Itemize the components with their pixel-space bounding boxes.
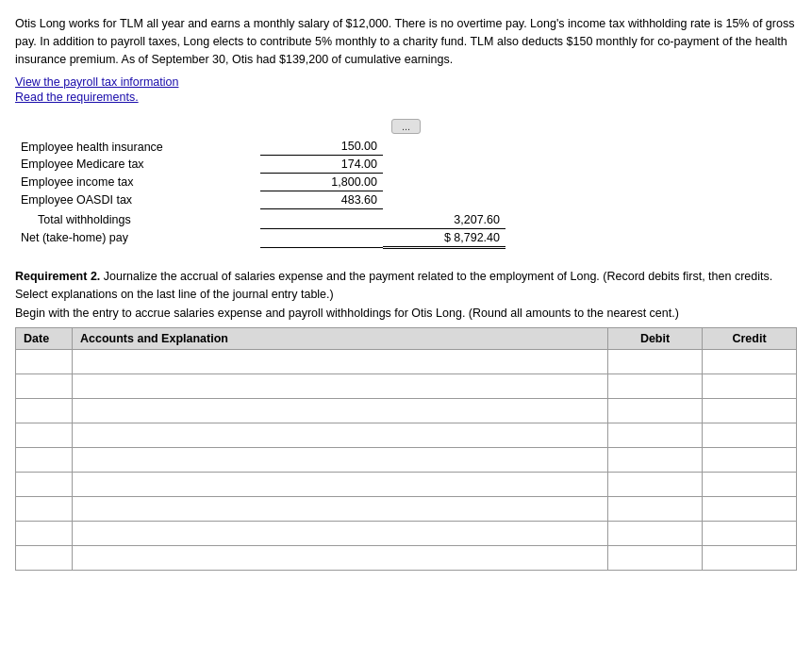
journal-date-cell[interactable] (16, 374, 73, 399)
total-amount: 3,207.60 (383, 209, 505, 229)
req2-body: Journalize the accrual of salaries expen… (15, 270, 772, 301)
empty (383, 191, 505, 209)
date-header: Date (16, 328, 73, 350)
accounts-header: Accounts and Explanation (73, 328, 608, 350)
journal-date-cell[interactable] (16, 448, 73, 473)
journal-credit-cell[interactable] (703, 350, 797, 374)
total-row: Total withholdings 3,207.60 (15, 209, 505, 229)
read-requirements-link[interactable]: Read the requirements. (15, 91, 797, 104)
journal-date-cell[interactable] (16, 423, 73, 448)
journal-date-cell[interactable] (16, 497, 73, 522)
withholding-label: Employee Medicare tax (15, 156, 260, 174)
req2-header: Requirement 2. (15, 270, 100, 283)
journal-debit-cell[interactable] (608, 497, 703, 522)
view-payroll-link[interactable]: View the payroll tax information (15, 75, 797, 89)
journal-accounts-cell[interactable] (73, 350, 608, 374)
journal-date-cell[interactable] (16, 546, 73, 571)
journal-accounts-cell[interactable] (73, 423, 608, 448)
journal-debit-cell[interactable] (608, 448, 703, 473)
begin-text: Begin with the entry to accrue salaries … (15, 307, 797, 320)
journal-accounts-cell[interactable] (73, 473, 608, 497)
journal-credit-cell[interactable] (703, 399, 797, 423)
req2-text: Requirement 2. Journalize the accrual of… (15, 268, 797, 304)
journal-credit-cell[interactable] (703, 423, 797, 448)
journal-credit-cell[interactable] (703, 546, 797, 571)
journal-accounts-cell[interactable] (73, 399, 608, 423)
net-pay-label: Net (take-home) pay (15, 228, 260, 247)
journal-accounts-cell[interactable] (73, 374, 608, 399)
journal-credit-cell[interactable] (703, 473, 797, 497)
journal-row (16, 522, 797, 546)
journal-date-cell[interactable] (16, 522, 73, 546)
journal-date-cell[interactable] (16, 473, 73, 497)
journal-accounts-cell[interactable] (73, 546, 608, 571)
withholding-row: Employee OASDI tax 483.60 (15, 191, 505, 209)
journal-row (16, 497, 797, 522)
withholding-amount: 174.00 (260, 156, 383, 174)
journal-row (16, 423, 797, 448)
journal-row (16, 374, 797, 399)
empty-cell (260, 209, 383, 229)
net-pay-amount: $ 8,792.40 (383, 228, 505, 247)
journal-row (16, 399, 797, 423)
journal-debit-cell[interactable] (608, 522, 703, 546)
journal-credit-cell[interactable] (703, 448, 797, 473)
withholding-label: Employee OASDI tax (15, 191, 260, 209)
net-pay-row: Net (take-home) pay $ 8,792.40 (15, 228, 505, 247)
journal-debit-cell[interactable] (608, 399, 703, 423)
journal-credit-cell[interactable] (703, 374, 797, 399)
credit-header: Credit (703, 328, 797, 350)
journal-credit-cell[interactable] (703, 522, 797, 546)
journal-row (16, 448, 797, 473)
intro-paragraph: Otis Long works for TLM all year and ear… (15, 15, 797, 68)
journal-debit-cell[interactable] (608, 473, 703, 497)
withholding-amount: 1,800.00 (260, 174, 383, 191)
collapse-btn-row: ... (15, 119, 797, 134)
journal-debit-cell[interactable] (608, 374, 703, 399)
journal-date-cell[interactable] (16, 399, 73, 423)
journal-debit-cell[interactable] (608, 350, 703, 374)
debit-header: Debit (608, 328, 703, 350)
withholding-label: Employee income tax (15, 174, 260, 191)
empty (383, 138, 505, 156)
withholding-label: Employee health insurance (15, 138, 260, 156)
journal-date-cell[interactable] (16, 350, 73, 374)
journal-debit-cell[interactable] (608, 546, 703, 571)
empty (383, 174, 505, 191)
empty-cell2 (260, 228, 383, 247)
journal-row (16, 473, 797, 497)
journal-header-row: Date Accounts and Explanation Debit Cred… (16, 328, 797, 350)
withholding-row: Employee Medicare tax 174.00 (15, 156, 505, 174)
journal-accounts-cell[interactable] (73, 522, 608, 546)
withholding-row: Employee health insurance 150.00 (15, 138, 505, 156)
collapse-button[interactable]: ... (391, 119, 421, 134)
withholding-row: Employee income tax 1,800.00 (15, 174, 505, 191)
journal-accounts-cell[interactable] (73, 448, 608, 473)
withholding-amount: 150.00 (260, 138, 383, 156)
journal-table: Date Accounts and Explanation Debit Cred… (15, 327, 797, 571)
journal-row (16, 350, 797, 374)
journal-credit-cell[interactable] (703, 497, 797, 522)
withholdings-section: Employee health insurance 150.00 Employe… (15, 138, 797, 249)
journal-accounts-cell[interactable] (73, 497, 608, 522)
journal-debit-cell[interactable] (608, 423, 703, 448)
withholdings-table: Employee health insurance 150.00 Employe… (15, 138, 505, 249)
withholding-amount: 483.60 (260, 191, 383, 209)
total-label: Total withholdings (15, 209, 260, 229)
journal-row (16, 546, 797, 571)
empty (383, 156, 505, 174)
